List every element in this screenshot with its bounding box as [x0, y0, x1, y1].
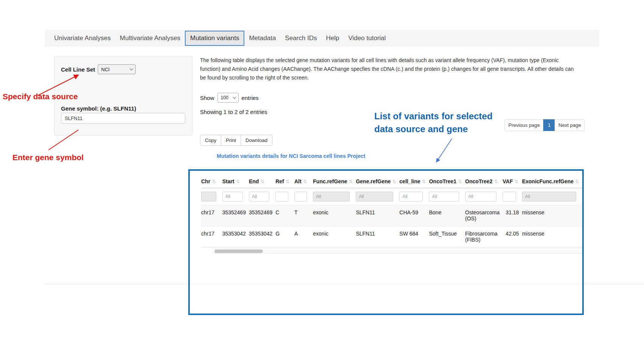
sort-icon[interactable]: ⇅: [260, 179, 264, 184]
print-button[interactable]: Print: [221, 135, 241, 146]
filter-cell: [503, 188, 522, 205]
cell-ref: G: [275, 226, 294, 248]
sort-icon[interactable]: ⇅: [514, 179, 519, 184]
column-label: OncoTree2: [465, 178, 492, 184]
column-label: VAF: [503, 178, 513, 184]
cell-func-refgene: exonic: [313, 205, 356, 226]
copy-button[interactable]: Copy: [200, 135, 221, 146]
column-label: cell_line: [399, 178, 420, 184]
sort-icon[interactable]: ⇅: [392, 179, 396, 184]
filter-cell: [429, 188, 465, 205]
sort-icon[interactable]: ⇅: [458, 179, 462, 184]
page-length-select[interactable]: 100: [217, 93, 239, 103]
column-header-func-refgene[interactable]: Func.refGene⇅: [313, 175, 356, 188]
sort-icon[interactable]: ⇅: [349, 179, 353, 184]
download-button[interactable]: Download: [241, 135, 272, 146]
show-label: Show: [200, 95, 214, 101]
column-filter-cell-line[interactable]: [399, 192, 423, 201]
previous-page-button[interactable]: Previous page: [505, 119, 544, 131]
column-filter-chr[interactable]: [201, 192, 216, 201]
page-length-value: 100: [221, 95, 228, 100]
column-filter-exonicfunc-refgene[interactable]: [522, 192, 576, 201]
column-filter-func-refgene[interactable]: [313, 192, 350, 201]
tab-help[interactable]: Help: [321, 31, 344, 46]
table-header-row: Chr⇅Start⇅End⇅Ref⇅Alt⇅Func.refGene⇅Gene.…: [201, 175, 582, 188]
gene-symbol-input[interactable]: [61, 113, 185, 124]
filter-cell: [522, 188, 582, 205]
annotation-specify-data-source: Specify data source: [3, 92, 78, 101]
sort-icon[interactable]: ⇅: [575, 179, 579, 184]
column-header-gene-refgene[interactable]: Gene.refGene⇅: [356, 175, 399, 188]
column-label: ExonicFunc.refGene: [522, 178, 574, 184]
cell-start: 35353042: [222, 226, 249, 248]
cell-line-set-label: Cell Line Set: [61, 66, 95, 73]
column-filter-alt[interactable]: [294, 192, 307, 201]
column-filter-gene-refgene[interactable]: [356, 192, 393, 201]
column-filter-end[interactable]: [249, 192, 269, 201]
cell-cell-line: CHA-59: [399, 205, 429, 226]
sort-icon[interactable]: ⇅: [236, 179, 240, 184]
tab-mutation-variants[interactable]: Mutation variants: [185, 31, 244, 46]
filter-cell: [294, 188, 313, 205]
column-header-chr[interactable]: Chr⇅: [201, 175, 222, 188]
cell-chr: chr17: [201, 205, 222, 226]
sort-icon[interactable]: ⇅: [422, 179, 426, 184]
tab-search-ids[interactable]: Search IDs: [280, 31, 321, 46]
cell-line-set-select[interactable]: NCI: [98, 64, 136, 74]
column-filter-start[interactable]: [222, 192, 243, 201]
table-end-line: [201, 248, 582, 248]
chevron-down-icon: [232, 95, 236, 99]
sort-icon[interactable]: ⇅: [212, 179, 216, 184]
column-header-exonicfunc-refgene[interactable]: ExonicFunc.refGene⇅: [522, 175, 582, 188]
column-label: OncoTree1: [429, 178, 456, 184]
column-header-oncotree2[interactable]: OncoTree2⇅: [465, 175, 503, 188]
cell-vaf: 31.18: [503, 205, 522, 226]
cell-chr: chr17: [201, 226, 222, 248]
table-filter-row: [201, 188, 582, 205]
column-filter-ref[interactable]: [275, 192, 288, 201]
filter-cell: [399, 188, 429, 205]
column-label: Func.refGene: [313, 178, 347, 184]
cell-line-set-value: NCI: [101, 67, 109, 72]
column-header-vaf[interactable]: VAF⇅: [503, 175, 522, 188]
cell-gene-refgene: SLFN11: [356, 226, 399, 248]
cell-vaf: 42.05: [503, 226, 522, 248]
column-filter-oncotree1[interactable]: [429, 192, 459, 201]
sort-icon[interactable]: ⇅: [303, 179, 307, 184]
column-filter-oncotree2[interactable]: [465, 192, 497, 201]
column-label: Ref: [275, 178, 284, 184]
column-header-oncotree1[interactable]: OncoTree1⇅: [429, 175, 465, 188]
tab-multivariate-analyses[interactable]: Multivariate Analyses: [115, 31, 185, 46]
column-header-ref[interactable]: Ref⇅: [275, 175, 294, 188]
cell-ref: C: [275, 205, 294, 226]
tab-univariate-analyses[interactable]: Univariate Analyses: [50, 31, 115, 46]
column-header-end[interactable]: End⇅: [249, 175, 275, 188]
column-filter-vaf[interactable]: [503, 192, 516, 201]
filter-cell: [222, 188, 249, 205]
cell-start: 35352469: [222, 205, 249, 226]
sort-icon[interactable]: ⇅: [494, 179, 498, 184]
horizontal-scrollbar-track[interactable]: [213, 248, 584, 254]
horizontal-scrollbar-thumb[interactable]: [214, 250, 263, 253]
column-header-start[interactable]: Start⇅: [222, 175, 249, 188]
column-header-alt[interactable]: Alt⇅: [294, 175, 313, 188]
cell-func-refgene: exonic: [313, 226, 356, 248]
next-page-button[interactable]: Next page: [555, 119, 585, 131]
tab-metadata[interactable]: Metadata: [244, 31, 280, 46]
annotation-enter-gene-symbol: Enter gene symbol: [13, 153, 84, 162]
sort-icon[interactable]: ⇅: [286, 179, 290, 184]
tab-video-tutorial[interactable]: Video tutorial: [344, 31, 390, 46]
column-label: Start: [222, 178, 234, 184]
cell-alt: A: [294, 226, 313, 248]
navbar-tabs: Univariate AnalysesMultivariate Analyses…: [50, 31, 390, 46]
cell-oncotree2: Fibrosarcoma (FIBS): [465, 226, 503, 248]
cell-gene-refgene: SLFN11: [356, 205, 399, 226]
current-page-button[interactable]: 1: [543, 119, 555, 131]
cell-exonicfunc-refgene: missense: [522, 205, 582, 226]
column-header-cell-line[interactable]: cell_line⇅: [399, 175, 429, 188]
showing-entries-text: Showing 1 to 2 of 2 entries: [200, 109, 267, 115]
column-label: Gene.refGene: [356, 178, 391, 184]
cell-oncotree2: Osteosarcoma (OS): [465, 205, 503, 226]
filter-cell: [356, 188, 399, 205]
pagination: Previous page 1 Next page: [505, 119, 585, 131]
